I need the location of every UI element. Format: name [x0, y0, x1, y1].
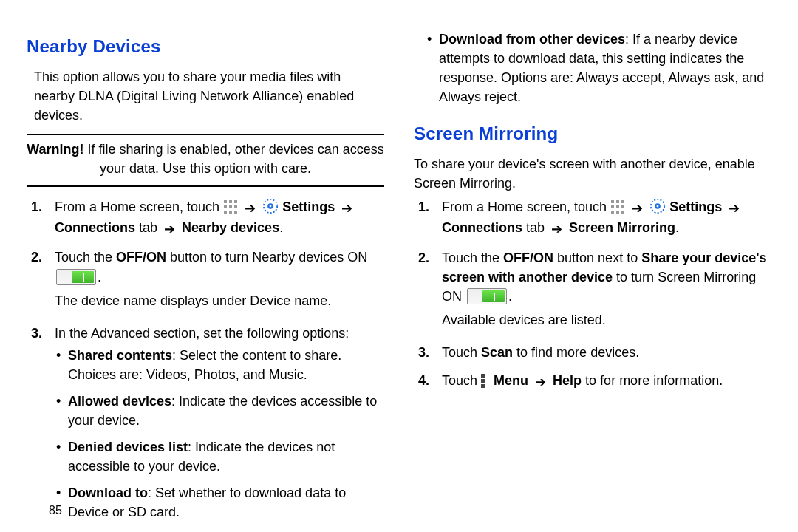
- arrow-icon: ➔: [242, 199, 259, 218]
- menu-icon: [481, 374, 488, 387]
- step-3: 3. In the Advanced section, set the foll…: [52, 324, 384, 532]
- svg-rect-14: [621, 200, 624, 203]
- svg-rect-2: [234, 200, 237, 203]
- svg-rect-13: [616, 200, 619, 203]
- step-number: 3.: [418, 343, 429, 362]
- step-text: Touch: [442, 373, 481, 388]
- svg-rect-1: [229, 200, 232, 203]
- svg-rect-18: [611, 211, 614, 214]
- connections-label: Connections: [55, 220, 135, 235]
- screen-mirroring-steps: 1. From a Home screen, touch ➔ Settings …: [414, 197, 771, 400]
- svg-rect-5: [234, 205, 237, 208]
- warning-text-1: If file sharing is enabled, other device…: [84, 142, 384, 157]
- arrow-icon: ➔: [338, 199, 355, 218]
- step-number: 3.: [31, 324, 42, 343]
- gear-icon: [262, 198, 279, 214]
- manual-page: Nearby Devices This option allows you to…: [0, 0, 798, 532]
- option-title: Denied devices list: [68, 440, 188, 454]
- advanced-options-cont: Download from other devices: If a nearby…: [414, 30, 771, 114]
- step-text: button to turn Nearby devices ON: [166, 250, 367, 265]
- help-label: Help: [553, 373, 582, 388]
- screen-mirroring-intro: To share your device's screen with anoth…: [414, 154, 771, 193]
- menu-label: Menu: [494, 373, 528, 388]
- arrow-icon: ➔: [629, 199, 646, 218]
- settings-label: Settings: [282, 200, 335, 214]
- step-text: to find more devices.: [513, 345, 639, 360]
- step-text: to for more information.: [582, 373, 723, 388]
- step-4: 4. Touch Menu ➔ Help to for more informa…: [439, 371, 771, 400]
- step-text: .: [508, 289, 512, 304]
- available-devices-note: Available devices are listed.: [442, 310, 771, 330]
- option-title: Download to: [68, 485, 148, 500]
- device-name-note: The device name displays under Device na…: [55, 291, 384, 310]
- svg-rect-3: [224, 205, 227, 208]
- step-number: 4.: [418, 371, 429, 390]
- page-number: 85: [49, 502, 62, 519]
- scan-label: Scan: [481, 345, 513, 360]
- list-item: Allowed devices: Indicate the devices ac…: [68, 392, 384, 437]
- svg-point-23: [657, 205, 659, 208]
- nearby-steps: 1. From a Home screen, touch ➔ Settings …: [27, 197, 384, 532]
- option-title: Download from other devices: [439, 32, 625, 47]
- apps-grid-icon: [223, 200, 238, 214]
- svg-rect-17: [621, 205, 624, 208]
- arrow-icon: ➔: [161, 219, 178, 239]
- step-2: 2. Touch the OFF/ON button to turn Nearb…: [52, 248, 384, 323]
- apps-grid-icon: [610, 200, 625, 214]
- left-column: Nearby Devices This option allows you to…: [27, 27, 384, 532]
- step-number: 2.: [31, 248, 42, 267]
- list-item: Denied devices list: Indicate the device…: [68, 437, 384, 483]
- step-text: From a Home screen, touch: [442, 200, 610, 214]
- step-text: Touch the: [55, 250, 116, 265]
- list-item: Shared contents: Select the content to s…: [68, 346, 384, 392]
- svg-rect-15: [611, 205, 614, 208]
- warning-block: Warning! If file sharing is enabled, oth…: [27, 134, 384, 187]
- svg-rect-12: [611, 200, 614, 203]
- step-number: 1.: [31, 197, 42, 216]
- step-text: From a Home screen, touch: [55, 200, 223, 214]
- connections-label: Connections: [442, 220, 522, 235]
- tab-word: tab: [522, 220, 548, 235]
- list-item: Download from other devices: If a nearby…: [439, 30, 771, 114]
- step-number: 2.: [418, 248, 429, 267]
- warning-text-2: your data. Use this option with care.: [27, 159, 384, 178]
- svg-rect-16: [616, 205, 619, 208]
- advanced-options: Shared contents: Select the content to s…: [55, 346, 384, 530]
- step-1: 1. From a Home screen, touch ➔ Settings …: [439, 197, 771, 248]
- warning-label: Warning!: [27, 142, 83, 157]
- offon-label: OFF/ON: [503, 250, 553, 265]
- option-title: Shared contents: [68, 348, 172, 363]
- heading-screen-mirroring: Screen Mirroring: [414, 121, 771, 147]
- step-2: 2. Touch the OFF/ON button next to Share…: [439, 248, 771, 343]
- svg-rect-19: [616, 211, 619, 214]
- offon-label: OFF/ON: [116, 250, 166, 265]
- svg-rect-8: [234, 211, 237, 214]
- heading-nearby-devices: Nearby Devices: [27, 34, 384, 60]
- nearby-devices-label: Nearby devices: [182, 220, 279, 235]
- step-text: button next to: [553, 250, 641, 265]
- list-item: Download to: Set whether to download dat…: [68, 483, 384, 529]
- step-number: 1.: [418, 197, 429, 216]
- svg-rect-4: [229, 205, 232, 208]
- gear-icon: [649, 198, 666, 214]
- toggle-on-icon: [467, 288, 507, 304]
- toggle-on-icon: [56, 269, 96, 285]
- step-text: .: [98, 270, 101, 284]
- svg-point-11: [270, 205, 272, 208]
- tab-word: tab: [135, 220, 161, 235]
- step-3: 3. Touch Scan to find more devices.: [439, 343, 771, 371]
- nearby-intro: This option allows you to share your med…: [27, 67, 384, 125]
- step-text: Touch: [442, 345, 481, 360]
- option-title: Allowed devices: [68, 394, 171, 409]
- screen-mirroring-label: Screen Mirroring: [569, 220, 675, 235]
- svg-rect-0: [224, 200, 227, 203]
- arrow-icon: ➔: [548, 219, 565, 239]
- svg-rect-20: [621, 211, 624, 214]
- step-text: Touch the: [442, 250, 503, 265]
- svg-rect-6: [224, 211, 227, 214]
- arrow-icon: ➔: [726, 199, 743, 218]
- settings-label: Settings: [669, 200, 722, 214]
- arrow-icon: ➔: [532, 372, 549, 392]
- step-text: In the Advanced section, set the followi…: [55, 326, 349, 341]
- svg-rect-7: [229, 211, 232, 214]
